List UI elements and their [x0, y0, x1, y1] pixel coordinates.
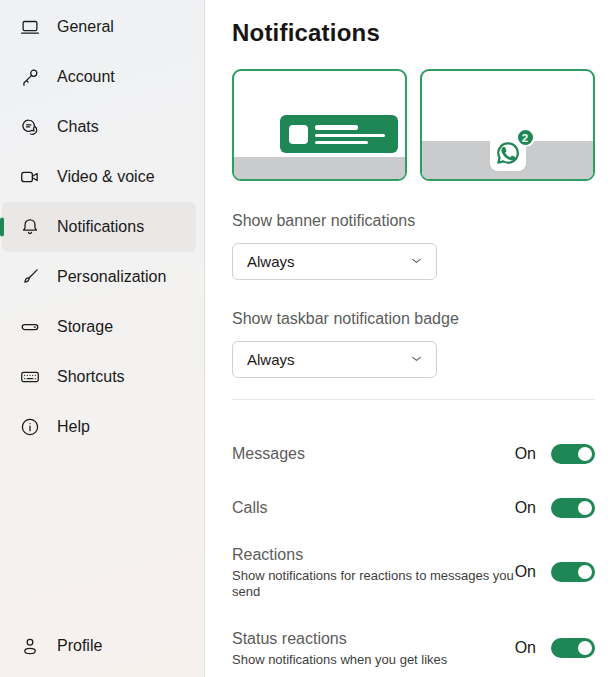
status-reactions-label: Status reactions [232, 628, 447, 649]
taskbar-badge-preview: 2 [420, 69, 595, 181]
sidebar-item-label: Shortcuts [57, 368, 125, 386]
taskbar-demo-strip [234, 157, 405, 179]
whatsapp-settings-window: General Account Chats Video & voice [0, 0, 612, 677]
settings-sidebar: General Account Chats Video & voice [0, 0, 205, 677]
messages-label: Messages [232, 443, 305, 464]
banner-notification-preview [232, 69, 407, 181]
toggle-knob [578, 565, 592, 579]
unread-count-badge: 2 [516, 128, 535, 147]
toggle-state-label: On [515, 639, 536, 657]
sidebar-item-label: Help [57, 418, 90, 436]
reactions-label: Reactions [232, 544, 515, 565]
calls-toggle[interactable] [551, 498, 595, 518]
sidebar-item-account[interactable]: Account [2, 52, 196, 102]
video-camera-icon [18, 165, 42, 189]
sidebar-item-label: General [57, 18, 114, 36]
sidebar-item-profile[interactable]: Profile [2, 624, 196, 668]
toggle-state-label: On [515, 445, 536, 463]
status-reactions-description: Show notifications when you get likes [232, 652, 447, 668]
reactions-description: Show notifications for reactions to mess… [232, 568, 515, 600]
dropdown-selected-value: Always [247, 351, 295, 368]
messages-toggle-row: Messages On [232, 443, 595, 464]
banner-demo-graphic [280, 115, 398, 153]
reactions-toggle[interactable] [551, 562, 595, 582]
help-circle-icon [18, 415, 42, 439]
toggle-knob [578, 447, 592, 461]
sidebar-item-notifications[interactable]: Notifications [2, 202, 196, 252]
sidebar-item-label: Account [57, 68, 115, 86]
taskbar-badge-dropdown[interactable]: Always [232, 341, 437, 378]
page-title: Notifications [232, 19, 595, 47]
notification-previews: 2 [232, 69, 595, 181]
status-reactions-toggle[interactable] [551, 638, 595, 658]
keyboard-icon [18, 365, 42, 389]
sidebar-item-storage[interactable]: Storage [2, 302, 196, 352]
sidebar-item-personalization[interactable]: Personalization [2, 252, 196, 302]
sidebar-item-label: Notifications [57, 218, 144, 236]
laptop-icon [18, 15, 42, 39]
sidebar-item-chats[interactable]: Chats [2, 102, 196, 152]
calls-toggle-row: Calls On [232, 497, 595, 518]
bell-icon [18, 215, 42, 239]
sidebar-item-label: Personalization [57, 268, 166, 286]
banner-demo-thumbnail [289, 125, 308, 144]
storage-drive-icon [18, 315, 42, 339]
banner-demo-textlines [315, 125, 389, 144]
banner-notifications-label: Show banner notifications [232, 212, 595, 230]
calls-label: Calls [232, 497, 268, 518]
chevron-down-icon [410, 351, 423, 369]
person-icon [18, 634, 42, 658]
notifications-settings-panel: Notifications 2 Show [205, 0, 612, 677]
taskbar-badge-label: Show taskbar notification badge [232, 310, 595, 328]
sidebar-item-shortcuts[interactable]: Shortcuts [2, 352, 196, 402]
sidebar-item-label: Storage [57, 318, 113, 336]
reactions-toggle-row: Reactions Show notifications for reactio… [232, 544, 595, 600]
chevron-down-icon [410, 253, 423, 271]
sidebar-item-video-voice[interactable]: Video & voice [2, 152, 196, 202]
toggle-state-label: On [515, 563, 536, 581]
section-divider [232, 399, 595, 400]
selected-indicator [0, 218, 4, 237]
key-icon [18, 65, 42, 89]
banner-notifications-dropdown[interactable]: Always [232, 243, 437, 280]
toggle-state-label: On [515, 499, 536, 517]
status-reactions-toggle-row: Status reactions Show notifications when… [232, 628, 595, 668]
whatsapp-app-icon: 2 [490, 135, 526, 171]
sidebar-item-label: Video & voice [57, 168, 155, 186]
sidebar-item-label: Chats [57, 118, 99, 136]
dropdown-selected-value: Always [247, 253, 295, 270]
toggle-knob [578, 641, 592, 655]
paintbrush-icon [18, 265, 42, 289]
toggle-knob [578, 501, 592, 515]
chat-bubble-icon [18, 115, 42, 139]
sidebar-item-label: Profile [57, 637, 102, 655]
sidebar-item-help[interactable]: Help [2, 402, 196, 452]
messages-toggle[interactable] [551, 444, 595, 464]
sidebar-item-general[interactable]: General [2, 2, 196, 52]
